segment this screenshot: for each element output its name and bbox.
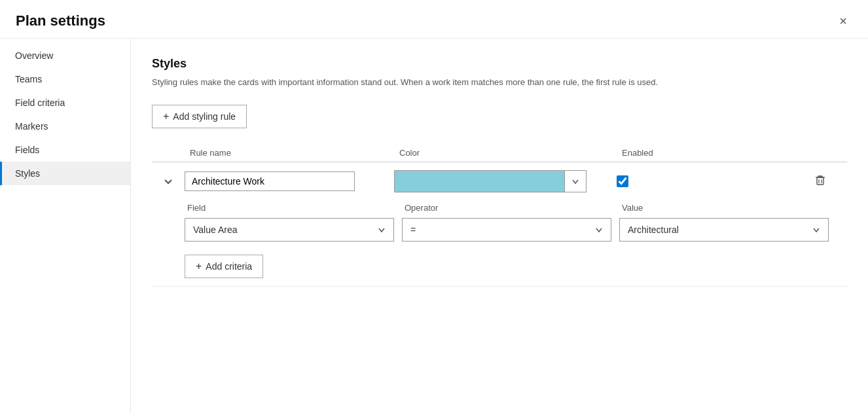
color-swatch	[394, 170, 564, 192]
add-styling-rule-button[interactable]: + Add styling rule	[152, 105, 247, 128]
criteria-section: Field Operator Value Value Area	[152, 203, 847, 278]
delete-cell	[748, 171, 847, 191]
col-rule-name: Rule name	[185, 148, 394, 158]
rule-row: Field Operator Value Value Area	[152, 162, 847, 287]
chevron-cell	[152, 174, 185, 189]
sidebar-item-markers[interactable]: Markers	[0, 115, 130, 138]
rule-name-input[interactable]	[185, 171, 355, 191]
add-criteria-label: Add criteria	[206, 261, 252, 272]
field-col-label: Field	[185, 203, 394, 213]
add-rule-label: Add styling rule	[173, 111, 236, 122]
color-picker-cell	[394, 170, 617, 192]
field-dropdown[interactable]: Value Area	[185, 218, 394, 242]
criteria-row: Value Area =	[185, 218, 847, 242]
rule-name-cell	[185, 171, 394, 191]
value-dropdown-value: Architectural	[628, 224, 679, 235]
expand-rule-button[interactable]	[161, 174, 175, 189]
main-content: Styles Styling rules make the cards with…	[131, 39, 868, 413]
col-color: Color	[394, 148, 617, 158]
sidebar-item-teams[interactable]: Teams	[0, 67, 130, 91]
col-actions	[748, 148, 847, 158]
value-dropdown[interactable]: Architectural	[619, 218, 829, 242]
dialog-body: Overview Teams Field criteria Markers Fi…	[0, 39, 868, 413]
col-expand	[152, 148, 185, 158]
operator-dropdown-value: =	[410, 224, 416, 235]
sidebar-item-styles[interactable]: Styles	[0, 162, 130, 185]
field-dropdown-value: Value Area	[193, 224, 237, 235]
trash-icon	[814, 174, 826, 186]
criteria-header: Field Operator Value	[185, 203, 847, 213]
add-criteria-plus-icon: +	[196, 260, 202, 272]
sidebar-item-overview[interactable]: Overview	[0, 44, 130, 67]
plan-settings-dialog: Plan settings × Overview Teams Field cri…	[0, 0, 868, 413]
value-chevron-icon	[812, 226, 820, 234]
chevron-down-icon	[164, 177, 173, 186]
color-chevron-icon	[571, 177, 579, 185]
value-col-label: Value	[619, 203, 829, 213]
delete-rule-button[interactable]	[809, 171, 831, 191]
close-button[interactable]: ×	[834, 12, 852, 30]
section-description: Styling rules make the cards with import…	[152, 76, 833, 89]
rule-main-row	[152, 170, 847, 192]
plus-icon: +	[163, 111, 169, 122]
dialog-title: Plan settings	[16, 12, 105, 29]
field-chevron-icon	[378, 226, 386, 234]
col-enabled: Enabled	[617, 148, 748, 158]
sidebar-item-fields[interactable]: Fields	[0, 138, 130, 162]
operator-dropdown[interactable]: =	[402, 218, 611, 242]
table-header: Rule name Color Enabled	[152, 144, 847, 162]
enabled-cell	[617, 175, 748, 187]
color-dropdown-button[interactable]	[564, 170, 587, 192]
enabled-checkbox[interactable]	[617, 175, 628, 187]
section-title: Styles	[152, 57, 847, 71]
svg-rect-0	[817, 177, 823, 185]
sidebar: Overview Teams Field criteria Markers Fi…	[0, 39, 131, 413]
add-criteria-button[interactable]: + Add criteria	[185, 255, 263, 278]
operator-chevron-icon	[595, 226, 603, 234]
operator-col-label: Operator	[402, 203, 611, 213]
dialog-header: Plan settings ×	[0, 0, 868, 39]
sidebar-item-field-criteria[interactable]: Field criteria	[0, 91, 130, 115]
